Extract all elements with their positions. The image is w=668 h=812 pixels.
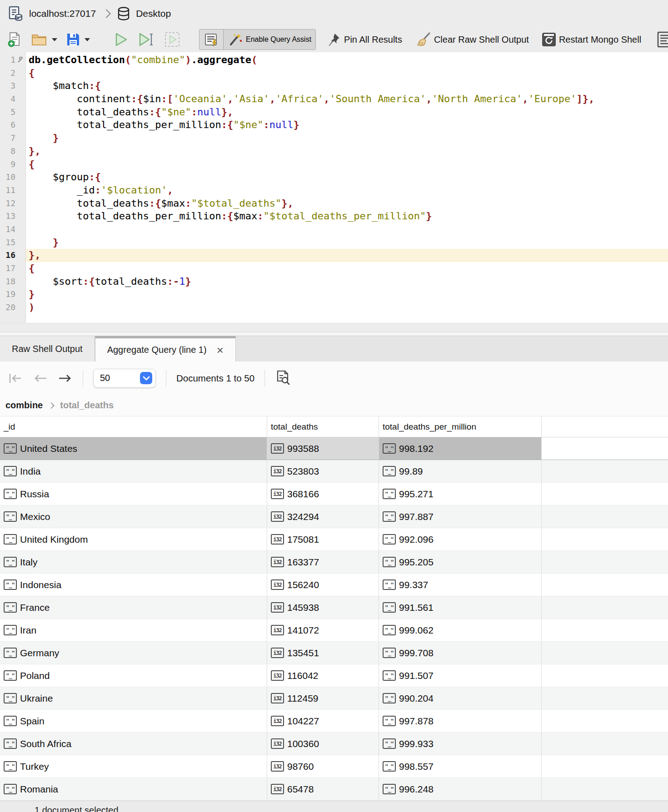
breadcrumb-collection[interactable]: combine <box>5 400 43 411</box>
table-cell[interactable]: i32112459 <box>267 687 379 710</box>
table-cell[interactable]: "_"991.561 <box>379 596 542 619</box>
code-line[interactable]: } <box>26 288 668 301</box>
table-row[interactable]: "_"Russiai32368166"_"995.271 <box>0 483 668 505</box>
column-header-total-deaths[interactable]: total_deaths <box>267 416 379 437</box>
table-cell[interactable]: "_"998.557 <box>379 755 542 778</box>
clear-raw-shell-button[interactable]: Clear Raw Shell Output <box>412 30 532 50</box>
panel-toggle-icon[interactable] <box>657 31 668 48</box>
table-row[interactable]: "_"Indonesiai32156240"_"99.337 <box>0 574 668 596</box>
page-size-select[interactable]: 50 <box>93 369 156 388</box>
table-cell[interactable]: "_"United States <box>0 437 267 460</box>
table-cell[interactable]: "_"997.878 <box>379 710 542 733</box>
pin-all-results-button[interactable]: Pin All Results <box>325 30 405 49</box>
restart-shell-button[interactable]: Restart Mongo Shell <box>539 30 644 49</box>
editor-code[interactable]: db.getCollection("combine").aggregate({ … <box>26 52 668 323</box>
code-line[interactable]: db.getCollection("combine").aggregate( <box>26 54 668 67</box>
table-row[interactable]: "_"Francei32145938"_"991.561 <box>0 596 668 619</box>
open-script-button[interactable] <box>28 30 60 49</box>
table-cell[interactable]: "_"Poland <box>0 664 267 687</box>
table-row[interactable]: "_"United Statesi32993588"_"998.192 <box>0 437 668 460</box>
code-line[interactable]: continent:{$in:['Oceania','Asia','Africa… <box>26 93 668 106</box>
table-cell[interactable]: "_"India <box>0 460 267 483</box>
next-page-button[interactable] <box>57 372 73 384</box>
code-line[interactable]: _id:'$location', <box>26 184 668 197</box>
column-header-per-million[interactable]: total_deaths_per_million <box>379 416 542 437</box>
table-row[interactable]: "_"Italyi32163377"_"995.205 <box>0 551 668 574</box>
table-cell-empty[interactable] <box>542 551 668 574</box>
code-line[interactable]: $match:{ <box>26 79 668 93</box>
run-button[interactable] <box>110 30 132 50</box>
table-row[interactable]: "_"United Kingdomi32175081"_"992.096 <box>0 528 668 551</box>
table-cell[interactable]: "_"998.192 <box>379 437 542 460</box>
table-cell[interactable]: "_"Iran <box>0 619 267 642</box>
table-row[interactable]: "_"Mexicoi32324294"_"997.887 <box>0 505 668 528</box>
table-cell[interactable]: i32141072 <box>267 619 379 642</box>
save-dropdown-caret[interactable] <box>85 38 90 41</box>
table-cell[interactable]: i32368166 <box>267 483 379 505</box>
first-page-button[interactable] <box>7 372 24 384</box>
code-line[interactable]: $sort:{total_deaths:-1} <box>26 275 668 288</box>
table-cell[interactable]: "_"Indonesia <box>0 574 267 596</box>
code-line[interactable]: ) <box>26 301 668 314</box>
table-cell[interactable]: "_"992.096 <box>379 528 542 551</box>
table-cell[interactable]: i32145938 <box>267 596 379 619</box>
code-line[interactable] <box>26 223 668 236</box>
find-in-results-button[interactable] <box>275 369 291 387</box>
table-cell[interactable]: i3298760 <box>267 755 379 778</box>
table-cell[interactable]: i32156240 <box>267 574 379 596</box>
table-row[interactable]: "_"Polandi32116042"_"991.507 <box>0 664 668 687</box>
table-cell-empty[interactable] <box>542 642 668 664</box>
table-cell-empty[interactable] <box>542 687 668 710</box>
table-cell-empty[interactable] <box>542 437 668 460</box>
table-cell[interactable]: "_"991.507 <box>379 664 542 687</box>
table-cell[interactable]: i32104227 <box>267 710 379 733</box>
enable-query-assist-button[interactable]: Enable Query Assist <box>223 30 315 50</box>
table-row[interactable]: "_"Germanyi32135451"_"999.708 <box>0 642 668 664</box>
breadcrumb-field[interactable]: total_deaths <box>60 400 114 411</box>
code-line[interactable]: }, <box>26 145 668 158</box>
code-line[interactable]: total_deaths_per_million:{$max:"$total_d… <box>26 210 668 223</box>
save-script-button[interactable] <box>63 30 93 49</box>
table-cell[interactable]: "_"99.89 <box>379 460 542 483</box>
table-cell[interactable]: "_"Turkey <box>0 755 267 778</box>
code-line[interactable]: }, <box>26 249 668 262</box>
run-to-cursor-button[interactable] <box>135 30 158 50</box>
table-cell[interactable]: i3265478 <box>267 778 379 801</box>
connection-host[interactable]: localhost:27017 <box>29 8 96 19</box>
query-editor[interactable]: 1234567891011121314151617181920 db.getCo… <box>0 52 668 332</box>
table-cell[interactable]: i32993588 <box>267 437 379 460</box>
table-cell-empty[interactable] <box>542 483 668 505</box>
table-cell-empty[interactable] <box>542 710 668 733</box>
table-row[interactable]: "_"Indiai32523803"_"99.89 <box>0 460 668 483</box>
code-line[interactable]: } <box>26 132 668 145</box>
database-name[interactable]: Desktop <box>136 8 171 19</box>
table-cell[interactable]: "_"South Africa <box>0 733 267 755</box>
table-cell-empty[interactable] <box>542 528 668 551</box>
code-line[interactable]: { <box>26 67 668 80</box>
table-cell[interactable]: i32523803 <box>267 460 379 483</box>
table-cell[interactable]: "_"Italy <box>0 551 267 574</box>
table-cell-empty[interactable] <box>542 664 668 687</box>
table-cell[interactable]: "_"France <box>0 596 267 619</box>
table-cell[interactable]: i32175081 <box>267 528 379 551</box>
table-row[interactable]: "_"Spaini32104227"_"997.878 <box>0 710 668 733</box>
table-cell[interactable]: "_"United Kingdom <box>0 528 267 551</box>
table-cell[interactable]: "_"996.248 <box>379 778 542 801</box>
table-cell[interactable]: "_"Ukraine <box>0 687 267 710</box>
table-cell[interactable]: i32116042 <box>267 664 379 687</box>
table-cell[interactable]: i32100360 <box>267 733 379 755</box>
table-cell[interactable]: "_"999.933 <box>379 733 542 755</box>
table-cell[interactable]: "_"999.708 <box>379 642 542 664</box>
table-cell[interactable]: "_"Mexico <box>0 505 267 528</box>
code-line[interactable]: total_deaths:{$max:"$total_deaths"}, <box>26 197 668 210</box>
table-cell[interactable]: "_"995.205 <box>379 551 542 574</box>
prev-page-button[interactable] <box>33 372 48 384</box>
tab-raw-shell-output[interactable]: Raw Shell Output <box>0 336 95 361</box>
table-cell[interactable]: "_"999.062 <box>379 619 542 642</box>
table-cell-empty[interactable] <box>542 596 668 619</box>
table-cell-empty[interactable] <box>542 505 668 528</box>
table-cell[interactable]: "_"990.204 <box>379 687 542 710</box>
table-cell[interactable]: i32163377 <box>267 551 379 574</box>
code-line[interactable]: $group:{ <box>26 171 668 184</box>
table-cell[interactable]: "_"Germany <box>0 642 267 664</box>
